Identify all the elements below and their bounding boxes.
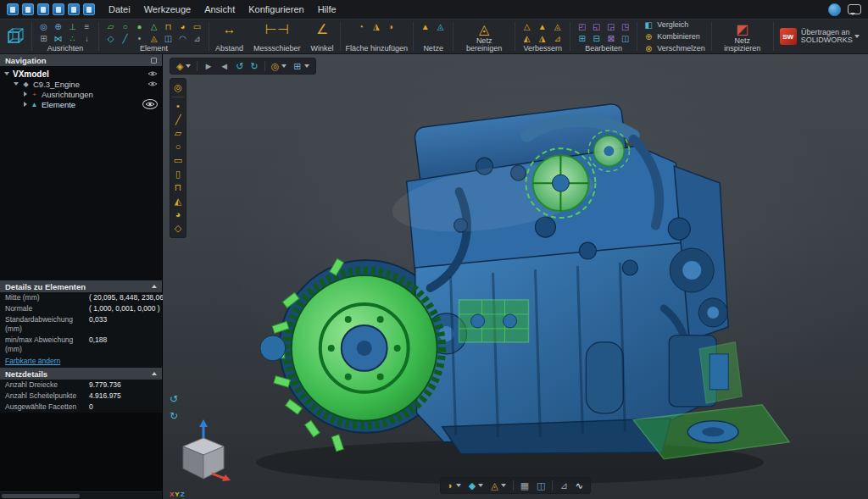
element-line-icon[interactable]: ╱: [119, 33, 131, 44]
element-point-icon[interactable]: ●: [133, 21, 146, 32]
new-session-icon[interactable]: [7, 3, 19, 15]
rectangle-tool[interactable]: ▯: [171, 168, 185, 180]
edit-bridge-icon[interactable]: ◱: [590, 21, 603, 32]
verschmelzen-button[interactable]: ⊗ Verschmelzen: [643, 44, 705, 53]
tree-row-ausrichtungen[interactable]: + Ausrichtungen: [0, 89, 162, 99]
align-axis-icon[interactable]: ⊥: [66, 21, 79, 32]
3d-viewport[interactable]: ◈ ► ◄ ↺ ↻ ◎ ⊞ ◎ • ╱ ▱ ○ ▭ ▯ ⊓ ◭: [163, 54, 868, 499]
farbkarte-aendern-link[interactable]: Farbkarte ändern: [5, 357, 60, 365]
align-origin-icon[interactable]: ≡: [81, 21, 93, 32]
collapse-panel-icon[interactable]: [152, 285, 157, 288]
align-drop-icon[interactable]: ↓: [81, 33, 93, 44]
edit-scale-icon[interactable]: ◫: [619, 33, 632, 44]
improve-refine-icon[interactable]: ◬: [551, 21, 564, 32]
element-circle-icon[interactable]: ○: [119, 21, 131, 32]
element-box-icon[interactable]: ◫: [162, 33, 175, 44]
sphere-tool[interactable]: ◕: [171, 208, 185, 221]
feedback-chat-icon[interactable]: [848, 4, 861, 14]
engine-3d-model[interactable]: [163, 54, 868, 499]
cone-tool[interactable]: ◭: [171, 195, 185, 208]
align-points-icon[interactable]: ∴: [66, 33, 79, 44]
menu-werkzeuge[interactable]: Werkzeuge: [144, 4, 191, 14]
rotate-cw-tool[interactable]: ↻: [248, 60, 260, 72]
menu-hilfe[interactable]: Hilfe: [318, 4, 337, 14]
element-plane-icon[interactable]: ▱: [104, 21, 117, 32]
chevron-down-icon[interactable]: [14, 82, 19, 86]
select-forward-tool[interactable]: ►: [201, 60, 215, 72]
messschieber-button[interactable]: ⊢⊣ Messschieber: [248, 19, 306, 53]
plane-tool[interactable]: ▱: [171, 127, 185, 140]
rotate-ccw-tool[interactable]: ↺: [233, 60, 246, 72]
element-vertex-icon[interactable]: •: [133, 33, 146, 44]
bounding-box-tool[interactable]: ◫: [534, 480, 548, 491]
align-plane-icon[interactable]: ⊞: [37, 33, 50, 44]
shaded-display-tool[interactable]: ◆: [466, 480, 486, 491]
edit-defeature-icon[interactable]: ◲: [604, 21, 617, 32]
edit-extract-icon[interactable]: ⊞: [576, 33, 588, 44]
polygon-tool[interactable]: ◇: [171, 222, 185, 235]
view-cube[interactable]: [176, 419, 232, 489]
menu-ansicht[interactable]: Ansicht: [204, 4, 235, 14]
cylinder-tool[interactable]: ⊓: [171, 181, 185, 194]
pin-panel-icon[interactable]: [151, 58, 157, 64]
zoom-window-tool[interactable]: ⊞: [291, 60, 311, 72]
import-icon[interactable]: [68, 3, 80, 15]
tree-row-elemente[interactable]: ▲ Elemente: [0, 99, 162, 109]
wireframe-display-tool[interactable]: ◬: [488, 480, 508, 491]
edit-remove-icon[interactable]: ⊟: [590, 33, 603, 44]
line-tool[interactable]: ╱: [171, 114, 185, 126]
chevron-down-icon[interactable]: [4, 72, 9, 75]
element-angle-icon[interactable]: ⊿: [191, 33, 203, 44]
point-tool[interactable]: •: [171, 100, 185, 113]
curvature-display-tool[interactable]: ∿: [573, 480, 586, 491]
tree-row-vxmodel[interactable]: VXmodel: [0, 69, 162, 79]
element-triangle-icon[interactable]: △: [147, 21, 160, 32]
export-icon[interactable]: [83, 3, 95, 15]
edit-cut-icon[interactable]: ◰: [576, 21, 588, 32]
construction-target-tool[interactable]: ◎: [171, 81, 185, 94]
menu-konfigurieren[interactable]: Konfigurieren: [248, 4, 303, 14]
element-cone-icon[interactable]: ◬: [147, 33, 160, 44]
vergleich-button[interactable]: ◧ Vergleich: [643, 20, 705, 30]
horizontal-scrollbar[interactable]: [0, 491, 162, 499]
extend-surface-icon[interactable]: ◗: [385, 21, 398, 32]
chevron-right-icon[interactable]: [24, 102, 27, 107]
kombinieren-button[interactable]: ⊕ Kombinieren: [643, 32, 705, 42]
element-sphere-icon[interactable]: ◕: [176, 21, 189, 32]
fill-hole-icon[interactable]: ◮: [370, 21, 382, 32]
grid-display-tool[interactable]: ▦: [518, 480, 531, 491]
align-target-icon[interactable]: ⋈: [52, 33, 64, 44]
mesh-display-tool[interactable]: ◗: [445, 480, 464, 491]
improve-boundary-icon[interactable]: ◮: [536, 33, 548, 44]
improve-decimate-icon[interactable]: ▲: [536, 21, 548, 32]
netz-inspizieren-button[interactable]: ◩ Netz inspizieren: [713, 19, 772, 53]
element-polygon-icon[interactable]: ◇: [104, 33, 117, 44]
open-session-icon[interactable]: [22, 3, 34, 15]
element-cylinder-icon[interactable]: ⊓: [162, 21, 175, 32]
rotate-ccw-icon[interactable]: ↺: [170, 394, 178, 404]
abstand-button[interactable]: ↔ Abstand: [210, 19, 248, 53]
visibility-eye-icon[interactable]: [147, 70, 158, 77]
slot-tool[interactable]: ▭: [171, 154, 185, 167]
mesh-edit-icon[interactable]: ◬: [434, 21, 447, 32]
improve-spikes-icon[interactable]: ◭: [520, 33, 533, 44]
circle-tool[interactable]: ○: [171, 141, 185, 153]
mesh-create-icon[interactable]: ▲: [419, 21, 431, 32]
measure-angle-tool[interactable]: ⊿: [557, 480, 570, 491]
scrollbar-thumb[interactable]: [2, 494, 80, 498]
view-orient-tool[interactable]: ◈: [174, 60, 193, 72]
select-back-tool[interactable]: ◄: [217, 60, 231, 72]
details-panel-header[interactable]: Details zu Elementen: [0, 280, 162, 292]
edit-mirror-icon[interactable]: ◳: [619, 21, 632, 32]
visibility-eye-icon[interactable]: [142, 99, 158, 109]
netz-bereinigen-button[interactable]: ◬ Netz bereinigen: [454, 19, 514, 53]
add-surface-icon[interactable]: ◔: [354, 21, 367, 32]
winkel-button[interactable]: ∠ Winkel: [306, 19, 339, 53]
element-arc-icon[interactable]: ◠: [176, 33, 189, 44]
improve-optimize-icon[interactable]: ⊿: [551, 33, 564, 44]
menu-datei[interactable]: Datei: [108, 4, 131, 14]
save-session-icon[interactable]: [37, 3, 49, 15]
mesh-panel-header[interactable]: Netzdetails: [0, 368, 162, 380]
chevron-right-icon[interactable]: [24, 91, 27, 97]
collapse-panel-icon[interactable]: [152, 372, 157, 375]
